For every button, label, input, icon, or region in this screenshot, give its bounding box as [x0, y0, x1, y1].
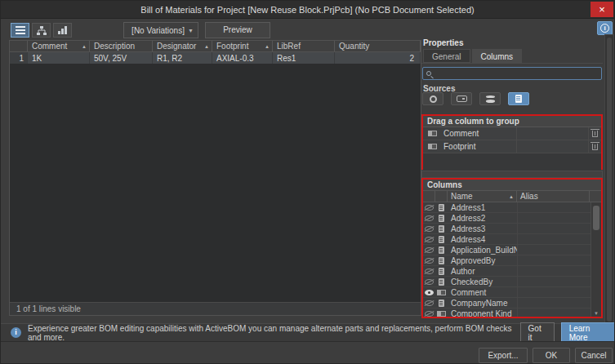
column-config-row[interactable]: ApprovedBy — [423, 255, 601, 266]
column-alias[interactable] — [517, 245, 590, 255]
column-config-row[interactable]: Component Kind — [423, 309, 601, 318]
column-config-row[interactable]: Address4 — [423, 234, 601, 245]
dialog-title: Bill of Materials for Project [New Reuse… — [1, 1, 614, 19]
group-section-title: Drag a column to group — [423, 116, 601, 127]
visibility-eye-icon[interactable] — [425, 290, 434, 295]
visibility-eye-icon[interactable] — [425, 226, 434, 232]
column-icon — [428, 131, 437, 136]
visibility-eye-icon[interactable] — [425, 279, 434, 285]
column-config-row[interactable]: Application_BuildNumb... — [423, 245, 601, 255]
group-item-value — [516, 127, 588, 140]
search-box[interactable] — [422, 67, 602, 80]
info-button[interactable]: i — [597, 21, 613, 35]
column-alias[interactable] — [517, 255, 590, 265]
visibility-eye-icon[interactable] — [425, 237, 434, 242]
cell-quantity[interactable]: 2 — [335, 52, 421, 64]
column-config-row[interactable]: Author — [423, 266, 601, 277]
panel-scrollbar[interactable] — [604, 34, 614, 326]
name-column-header[interactable]: Name▲ — [448, 191, 517, 202]
column-alias[interactable] — [517, 234, 590, 244]
list-view-button[interactable] — [11, 23, 29, 38]
bom-row[interactable]: 1 1K 50V, 25V R1, R2 AXIAL-0.3 Res1 2 — [10, 52, 421, 64]
group-item-footprint[interactable]: Footprint — [423, 140, 601, 153]
cell-designator[interactable]: R1, R2 — [153, 52, 212, 64]
tab-general[interactable]: General — [423, 49, 470, 63]
database-icon — [486, 95, 495, 103]
column-header-footprint[interactable]: Footprint▲ — [212, 41, 273, 51]
scroll-down-icon[interactable]: ▼ — [591, 311, 601, 316]
column-header-quantity[interactable]: Quantity — [335, 41, 421, 51]
sort-asc-icon: ▲ — [265, 44, 270, 49]
column-type-icon — [439, 300, 444, 307]
delete-group-button[interactable] — [588, 140, 601, 153]
column-alias[interactable] — [517, 287, 590, 297]
visibility-eye-icon[interactable] — [425, 258, 434, 264]
visibility-eye-icon[interactable] — [425, 247, 434, 253]
alias-column-header[interactable]: Alias — [517, 191, 590, 202]
delete-group-button[interactable] — [588, 127, 601, 140]
column-type-icon — [439, 236, 444, 243]
cell-footprint[interactable]: AXIAL-0.3 — [212, 52, 273, 64]
column-alias[interactable] — [517, 202, 590, 212]
column-name: Address4 — [448, 234, 517, 244]
column-alias[interactable] — [517, 213, 590, 223]
title-bar[interactable]: Bill of Materials for Project [New Reuse… — [1, 1, 614, 19]
source-gear-button[interactable] — [422, 92, 443, 105]
cell-comment[interactable]: 1K — [28, 52, 90, 64]
visibility-eye-icon[interactable] — [425, 300, 434, 306]
dialog-footer: Export... OK Cancel — [1, 341, 615, 364]
search-input[interactable] — [435, 69, 582, 79]
columns-section-title: Columns — [423, 180, 601, 191]
visibility-eye-icon[interactable] — [425, 205, 434, 211]
cancel-button[interactable]: Cancel — [575, 348, 613, 363]
sort-asc-icon: ▲ — [509, 194, 514, 199]
column-config-row[interactable]: Address2 — [423, 213, 601, 224]
column-config-row[interactable]: CompanyName — [423, 298, 601, 309]
column-name: Address1 — [448, 202, 517, 212]
bom-dialog: Bill of Materials for Project [New Reuse… — [0, 0, 615, 364]
learn-more-button[interactable]: Learn More — [561, 322, 615, 344]
visibility-eye-icon[interactable] — [425, 269, 434, 274]
column-header-libref[interactable]: LibRef — [273, 41, 335, 51]
visibility-eye-icon[interactable] — [425, 215, 434, 221]
column-alias[interactable] — [517, 277, 590, 286]
grid-header-row: Comment▲ Description Designator▲ Footpri… — [10, 41, 421, 52]
search-icon — [426, 71, 431, 76]
column-alias[interactable] — [517, 298, 590, 308]
ok-button[interactable]: OK — [533, 348, 570, 363]
source-document-button[interactable] — [508, 92, 529, 105]
column-header-comment[interactable]: Comment▲ — [28, 41, 90, 51]
scrollbar-thumb[interactable] — [593, 206, 599, 230]
card-icon — [457, 95, 467, 102]
column-config-row[interactable]: CheckedBy — [423, 277, 601, 287]
tab-columns[interactable]: Columns — [472, 49, 522, 63]
source-database-button[interactable] — [479, 92, 501, 105]
column-type-icon — [439, 257, 444, 264]
cell-libref[interactable]: Res1 — [273, 52, 335, 64]
column-name: CompanyName — [448, 298, 517, 308]
column-alias[interactable] — [517, 266, 590, 276]
variations-dropdown[interactable]: [No Variations] ▼ — [123, 22, 198, 38]
source-card-button[interactable] — [451, 92, 472, 105]
export-button[interactable]: Export... — [479, 348, 528, 363]
panel-scrollbar-thumb[interactable] — [607, 38, 612, 322]
columns-scrollbar[interactable]: ▼ — [590, 202, 601, 317]
sort-asc-icon: ▲ — [204, 44, 209, 49]
column-header-description[interactable]: Description — [90, 41, 153, 51]
chart-view-button[interactable] — [53, 23, 72, 38]
cell-description[interactable]: 50V, 25V — [90, 52, 153, 64]
column-config-row[interactable]: Address1 — [423, 202, 601, 213]
close-button[interactable]: × — [590, 2, 613, 17]
visibility-eye-icon[interactable] — [425, 311, 434, 317]
column-type-icon — [439, 246, 444, 254]
column-config-row[interactable]: Comment — [423, 287, 601, 298]
column-config-row[interactable]: Address3 — [423, 224, 601, 234]
column-alias[interactable] — [517, 309, 590, 318]
column-header-designator[interactable]: Designator▲ — [153, 41, 212, 51]
column-alias[interactable] — [517, 224, 590, 233]
preview-button[interactable]: Preview — [205, 22, 270, 38]
got-it-button[interactable]: Got it — [520, 322, 555, 344]
grid-status-bar: 1 of 1 lines visible — [10, 302, 421, 315]
tree-view-button[interactable] — [32, 23, 51, 38]
group-item-comment[interactable]: Comment — [423, 127, 601, 140]
